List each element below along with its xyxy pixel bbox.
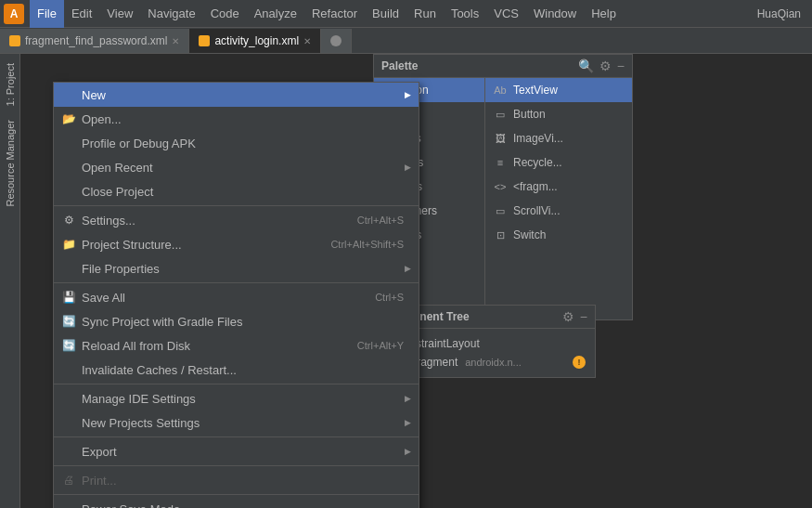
scrollview-icon: ▭ xyxy=(493,203,508,218)
file-menu-project-structure[interactable]: 📁 Project Structure... Ctrl+Alt+Shift+S xyxy=(54,232,419,256)
save-icon: 💾 xyxy=(61,290,76,305)
main-area: 1: Project Resource Manager New 📂 Open..… xyxy=(0,54,812,508)
palette-header: Palette 🔍 ⚙ − xyxy=(374,55,632,78)
tree-fragment-sub: androidx.n... xyxy=(465,357,522,368)
palette-widget-recyclerview[interactable]: ≡ Recycle... xyxy=(485,150,632,175)
file-menu-export[interactable]: Export xyxy=(54,439,419,463)
file-manage-ide-label: Manage IDE Settings xyxy=(82,392,196,406)
file-save-label: Save All xyxy=(82,291,125,305)
menu-navigate[interactable]: Navigate xyxy=(140,0,202,28)
side-label-resource[interactable]: Resource Manager xyxy=(5,120,16,207)
file-open-recent-label: Open Recent xyxy=(82,161,153,175)
file-menu-reload-disk[interactable]: 🔄 Reload All from Disk Ctrl+Alt+Y xyxy=(54,333,419,358)
side-label-project[interactable]: 1: Project xyxy=(5,63,16,106)
tab-bar: fragment_find_password.xml ✕ activity_lo… xyxy=(0,28,812,54)
tab-activity-login[interactable]: activity_login.xml ✕ xyxy=(189,29,321,53)
separator-1 xyxy=(54,205,419,206)
menu-vcs[interactable]: VCS xyxy=(486,0,526,28)
palette-widget-list: Ab TextView ▭ Button 🖼 ImageVi... ≡ Recy… xyxy=(485,78,632,319)
palette-widget-textview[interactable]: Ab TextView xyxy=(485,78,632,102)
file-menu-save-all[interactable]: 💾 Save All Ctrl+S xyxy=(54,285,419,309)
palette-widget-fragment[interactable]: <> <fragm... xyxy=(485,175,632,199)
menu-tools[interactable]: Tools xyxy=(444,0,486,28)
palette-minus-icon[interactable]: − xyxy=(617,59,625,73)
file-menu-print[interactable]: 🖨 Print... xyxy=(54,468,419,492)
file-invalidate-label: Invalidate Caches / Restart... xyxy=(82,363,237,377)
imageview-icon: 🖼 xyxy=(493,131,508,146)
file-menu-sync-gradle[interactable]: 🔄 Sync Project with Gradle Files xyxy=(54,309,419,333)
tab-dot-icon xyxy=(330,35,342,46)
reload-shortcut: Ctrl+Alt+Y xyxy=(357,340,404,351)
file-menu-settings[interactable]: ⚙ Settings... Ctrl+Alt+S xyxy=(54,208,419,232)
tab-xml-icon-1 xyxy=(9,35,20,46)
tree-minus-icon[interactable]: − xyxy=(580,309,587,324)
file-menu-profile-apk[interactable]: Profile or Debug APK xyxy=(54,131,419,155)
file-close-label: Close Project xyxy=(82,185,153,199)
file-menu-new[interactable]: New xyxy=(54,83,419,107)
tab-more[interactable] xyxy=(321,29,352,53)
palette-widget-button[interactable]: ▭ Button xyxy=(485,102,632,126)
sync-icon: 🔄 xyxy=(61,314,76,329)
file-menu-open-recent[interactable]: Open Recent xyxy=(54,155,419,179)
file-menu-new-proj-settings[interactable]: New Projects Settings xyxy=(54,410,419,435)
reload-icon: 🔄 xyxy=(61,338,76,353)
file-menu-power-save[interactable]: Power Save Mode xyxy=(54,497,419,508)
open-icon: 📂 xyxy=(61,111,76,126)
fragment-icon: <> xyxy=(493,179,508,194)
file-menu-open[interactable]: 📂 Open... xyxy=(54,107,419,131)
menu-file[interactable]: File xyxy=(30,0,64,28)
palette-gear-icon[interactable]: ⚙ xyxy=(599,59,612,73)
file-menu-invalidate-caches[interactable]: Invalidate Caches / Restart... xyxy=(54,358,419,382)
textview-icon: Ab xyxy=(493,83,508,98)
file-profile-label: Profile or Debug APK xyxy=(82,137,196,150)
separator-4 xyxy=(54,436,419,437)
file-export-label: Export xyxy=(82,445,117,459)
content-area: New 📂 Open... Profile or Debug APK Open … xyxy=(20,54,812,508)
separator-2 xyxy=(54,282,419,283)
tab-fragment-find-password[interactable]: fragment_find_password.xml ✕ xyxy=(0,29,189,53)
palette-title: Palette xyxy=(381,59,573,72)
app-title: HuaQian xyxy=(757,7,808,20)
project-structure-icon: 📁 xyxy=(61,237,76,252)
menu-help[interactable]: Help xyxy=(584,0,624,28)
menu-analyze[interactable]: Analyze xyxy=(247,0,304,28)
menu-code[interactable]: Code xyxy=(203,0,247,28)
palette-widget-imageview[interactable]: 🖼 ImageVi... xyxy=(485,126,632,150)
palette-widget-switch[interactable]: ⊡ Switch xyxy=(485,223,632,247)
palette-search-icon[interactable]: 🔍 xyxy=(578,59,594,73)
menu-refactor[interactable]: Refactor xyxy=(304,0,365,28)
menu-edit[interactable]: Edit xyxy=(64,0,99,28)
menu-run[interactable]: Run xyxy=(406,0,444,28)
side-panel: 1: Project Resource Manager xyxy=(0,54,20,508)
save-shortcut: Ctrl+S xyxy=(375,292,404,303)
separator-6 xyxy=(54,494,419,495)
switch-icon: ⊡ xyxy=(493,228,508,242)
file-new-proj-settings-label: New Projects Settings xyxy=(82,416,200,430)
file-new-label: New xyxy=(82,88,106,102)
file-reload-label: Reload All from Disk xyxy=(82,339,190,353)
tab-xml-icon-2 xyxy=(199,35,210,46)
menu-view[interactable]: View xyxy=(99,0,140,28)
menu-window[interactable]: Window xyxy=(526,0,584,28)
recyclerview-icon: ≡ xyxy=(493,155,508,170)
tab-label-1: fragment_find_password.xml xyxy=(25,34,167,47)
file-power-save-label: Power Save Mode xyxy=(82,502,180,509)
file-dropdown: New 📂 Open... Profile or Debug APK Open … xyxy=(53,82,419,508)
tab-close-2[interactable]: ✕ xyxy=(303,36,311,46)
palette-widget-scrollview[interactable]: ▭ ScrollVi... xyxy=(485,199,632,223)
file-menu-close-project[interactable]: Close Project xyxy=(54,179,419,203)
file-menu-file-properties[interactable]: File Properties xyxy=(54,256,419,280)
menu-build[interactable]: Build xyxy=(365,0,406,28)
button-icon: ▭ xyxy=(493,107,508,122)
file-open-label: Open... xyxy=(82,112,122,126)
tree-gear-icon[interactable]: ⚙ xyxy=(562,309,574,324)
file-menu-manage-ide[interactable]: Manage IDE Settings xyxy=(54,386,419,410)
file-sync-label: Sync Project with Gradle Files xyxy=(82,315,242,329)
proj-structure-shortcut: Ctrl+Alt+Shift+S xyxy=(330,239,404,250)
file-proj-structure-label: Project Structure... xyxy=(82,238,182,252)
settings-shortcut: Ctrl+Alt+S xyxy=(357,215,404,226)
separator-5 xyxy=(54,465,419,466)
file-print-label: Print... xyxy=(82,474,117,488)
app-logo: A xyxy=(4,4,24,24)
tab-close-1[interactable]: ✕ xyxy=(172,36,179,46)
